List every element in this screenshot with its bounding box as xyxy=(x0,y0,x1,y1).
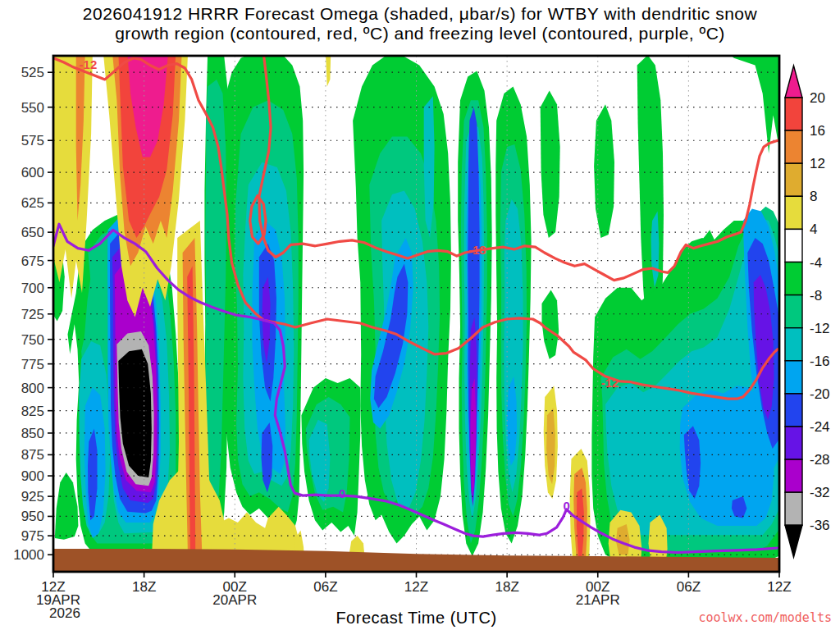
y-tick-label: 750 xyxy=(21,332,44,348)
colorbar-label: -24 xyxy=(810,419,830,435)
y-tick-label: 850 xyxy=(21,426,44,441)
colorbar-label: 20 xyxy=(810,90,825,106)
colorbar-segment xyxy=(785,229,802,262)
y-tick-label: 625 xyxy=(21,195,44,211)
svg-text:-18: -18 xyxy=(468,243,486,257)
colorbar-segment xyxy=(785,163,802,196)
chart-title-line1: 2026041912 HRRR Forecast Omega (shaded, … xyxy=(0,4,840,24)
svg-text:0: 0 xyxy=(339,486,345,500)
colorbar-label: 8 xyxy=(810,189,817,204)
y-tick-label: 925 xyxy=(21,489,44,504)
colorbar-label: -36 xyxy=(810,518,830,533)
y-axis-pressure: 5255505756006256506757007257507758008258… xyxy=(13,65,53,563)
y-tick-label: 800 xyxy=(21,381,44,396)
colorbar-segment xyxy=(785,98,802,130)
y-tick-label: 675 xyxy=(21,253,44,269)
x-tick-label: 12Z xyxy=(767,579,791,595)
colorbar-label: -4 xyxy=(810,255,822,271)
svg-text:-12: -12 xyxy=(601,376,619,390)
y-tick-label: 725 xyxy=(21,307,44,322)
colorbar-segment xyxy=(785,394,802,427)
colorbar-label: -12 xyxy=(810,321,830,336)
chart-title-line2: growth region (contoured, red, ºC) and f… xyxy=(0,24,840,43)
colorbar-label: 16 xyxy=(810,123,825,139)
y-tick-label: 950 xyxy=(21,509,44,524)
colorbar-label: -20 xyxy=(810,386,830,402)
y-tick-label: 975 xyxy=(21,528,44,544)
colorbar-label: -32 xyxy=(810,485,830,500)
colorbar-segment xyxy=(785,361,802,394)
svg-text:-12: -12 xyxy=(80,57,98,71)
x-tick-label: 18Z xyxy=(132,579,156,595)
y-tick-label: 875 xyxy=(21,447,44,463)
colorbar-segment xyxy=(785,130,802,163)
y-tick-label: 600 xyxy=(21,165,44,180)
x-tick-label: 06Z xyxy=(313,579,337,595)
y-tick-label: 900 xyxy=(21,468,44,484)
colorbar-segment xyxy=(785,295,802,328)
x-tick-label: 12Z xyxy=(404,579,428,595)
colorbar-label: -8 xyxy=(810,288,822,304)
colorbar-segment xyxy=(785,492,802,525)
svg-text:0: 0 xyxy=(563,499,569,513)
x-date-label: 21APR xyxy=(576,592,620,608)
colorbar-label: -28 xyxy=(810,452,830,468)
colorbar-label: 12 xyxy=(810,156,825,171)
x-tick-label: 18Z xyxy=(495,579,518,595)
colorbar-label: -16 xyxy=(810,354,830,369)
y-tick-label: 775 xyxy=(21,357,44,372)
y-tick-label: 1000 xyxy=(13,547,44,563)
colorbar-omega-scale: 20161284-4-8-12-16-20-24-28-32-36 xyxy=(785,66,830,557)
colorbar-label: 4 xyxy=(810,221,817,237)
watermark-text: coolwx.com/modelts xyxy=(698,610,832,625)
y-tick-label: 700 xyxy=(21,281,44,296)
y-tick-label: 550 xyxy=(21,100,44,116)
colorbar-segment xyxy=(785,459,802,492)
colorbar-arrow-bottom xyxy=(785,525,802,557)
x-date-label: 20APR xyxy=(212,592,257,608)
y-tick-label: 575 xyxy=(21,133,44,148)
colorbar-segment xyxy=(785,262,802,295)
y-tick-label: 825 xyxy=(21,404,44,419)
colorbar-arrow-top xyxy=(785,66,802,98)
colorbar-segment xyxy=(785,328,802,361)
colorbar-segment xyxy=(785,427,802,459)
x-tick-label: 06Z xyxy=(677,579,701,595)
colorbar-segment xyxy=(785,196,802,229)
omega-cross-section-plot: -12-18-120052555057560062565067570072575… xyxy=(0,0,840,630)
y-tick-label: 650 xyxy=(21,225,44,240)
x-axis-title: Forecast Time (UTC) xyxy=(53,609,779,628)
omega-forecast-chart-page: 2026041912 HRRR Forecast Omega (shaded, … xyxy=(0,0,840,630)
y-tick-label: 525 xyxy=(21,65,44,80)
